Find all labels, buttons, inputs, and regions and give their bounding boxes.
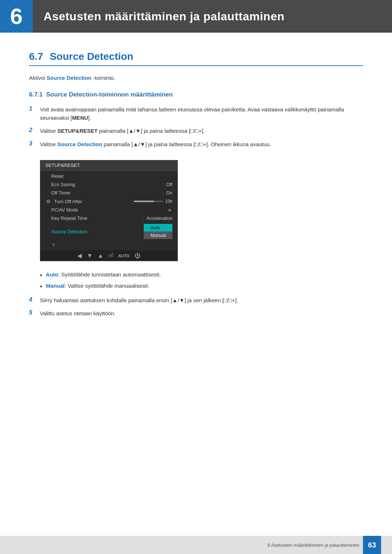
menu-label-ecosaving: Eco Saving [51,182,160,187]
menu-value-keyrepeat: Acceleration [146,216,172,221]
slider-fill [134,201,154,202]
up-icon: ▲ [98,253,103,259]
chapter-number-block: 6 [0,0,33,33]
steps-list-2: 4 Siirry haluamasi asetuksen kohdalle pa… [29,296,363,318]
menu-value-offtimer: On [166,190,172,196]
down-icon: ▼ [87,253,93,259]
section-number: 6.7 [29,51,43,62]
dropdown-container: Auto Manual [144,224,172,239]
step-num-2: 2 [29,127,36,134]
intro-text-before: Aktivoi [29,75,46,81]
menu-row-scroll: ▼ [40,241,177,249]
slider-bar [134,201,163,202]
menu-bottom-bar: ◀ ▼ ▲ ⏎ AUTO ⏻ [40,250,177,261]
bullet-item-manual: • Manual: Valitse syöttölähde manuaalise… [40,283,363,291]
menu-label-turnoffafter: Turn Off After [54,199,128,204]
step-3: 3 Valitse Source Detection painamalla [▲… [29,140,363,149]
intro-paragraph: Aktivoi Source Detection -toiminto. [29,75,363,81]
subsection-heading: 6.7.1 Source Detection-toiminnon määritt… [29,91,363,98]
main-content: 6.7 Source Detection Aktivoi Source Dete… [0,33,392,359]
menu-colon-turnoffafter: : [130,199,132,204]
page-header: 6 Asetusten määrittäminen ja palauttamin… [0,0,392,33]
step-4: 4 Siirry haluamasi asetuksen kohdalle pa… [29,296,363,305]
page-footer: 6 Asetusten määrittäminen ja palauttamin… [0,536,392,554]
menu-row-turnoffafter: ⚙ Turn Off After : 10h [40,197,177,206]
menu-arrow-pcav: ► [168,207,172,213]
dropdown-option-manual: Manual [144,231,172,239]
menu-row-offtimer: Off Timer : On [40,189,177,197]
menu-label-keyrepeat: Key Repeat Time [51,216,141,221]
subsection-number: 6.7.1 [29,91,43,98]
step-text-1: Voit avata avainoppaan painamalla mitä t… [40,106,363,122]
step-num-1: 1 [29,106,36,112]
subsection-title: Source Detection-toiminnon määrittäminen [46,91,173,98]
bullet-dot-auto: • [40,271,42,280]
menu-title-bar: SETUP&RESET [40,160,177,171]
menu-label-offtimer: Off Timer [51,190,160,196]
bullet-item-auto: • Auto: Syöttölähde tunnistetaan automaa… [40,271,363,280]
menu-slider: 10h [134,199,172,204]
dropdown-option-auto: Auto [144,224,172,231]
bullet-bold-manual: Manual [46,283,65,289]
steps-list: 1 Voit avata avainoppaan painamalla mitä… [29,106,363,148]
menu-value-ecosaving: Off [166,182,172,187]
menu-row-keyrepeat: Key Repeat Time : Acceleration [40,214,177,222]
scroll-indicator: ▼ [51,242,172,247]
menu-label-pcav: PC/AV Mode [51,207,168,213]
chapter-title-area: Asetusten määrittäminen ja palauttaminen [33,0,392,33]
menu-screenshot: SETUP&RESET Reset Eco Saving : Off Off T… [40,160,178,261]
menu-row-pcav: PC/AV Mode ► [40,206,177,214]
intro-text-after: -toiminto. [91,75,115,81]
menu-colon-ecosaving: : [163,182,164,187]
slider-label: 10h [165,199,172,204]
left-icon: ◀ [77,252,82,259]
menu-colon-offtimer: : [163,190,164,196]
page-number: 63 [368,541,376,549]
section-title: Source Detection [50,51,133,62]
bullet-list: • Auto: Syöttölähde tunnistetaan automaa… [40,271,363,291]
menu-items: Reset Eco Saving : Off Off Timer : On ⚙ … [40,171,177,250]
enter-icon: ⏎ [109,252,113,259]
bullet-text-auto: Auto: Syöttölähde tunnistetaan automaatt… [46,271,161,278]
step-num-3: 3 [29,140,36,147]
menu-colon-sourcedetection: : [139,229,140,234]
auto-label: AUTO [118,254,130,258]
section-heading: 6.7 Source Detection [29,51,363,66]
menu-colon-keyrepeat: : [143,216,144,221]
settings-icon: ⚙ [45,198,51,204]
menu-label-sourcedetection: Source Detection [51,229,137,234]
menu-label-reset: Reset [51,173,172,179]
step-1: 1 Voit avata avainoppaan painamalla mitä… [29,106,363,122]
step-2: 2 Valitse SETUP&RESET painamalla [▲/▼] j… [29,127,363,135]
step-text-3: Valitse Source Detection painamalla [▲/▼… [40,140,271,149]
footer-text: 6 Asetusten määrittäminen ja palauttamin… [268,542,359,548]
step-num-4: 4 [29,296,36,303]
step-text-4: Siirry haluamasi asetuksen kohdalle pain… [40,296,238,305]
menu-row-reset: Reset [40,172,177,180]
chapter-title: Asetusten määrittäminen ja palauttaminen [44,10,285,23]
bullet-bold-auto: Auto [46,271,58,278]
step-text-5: Valittu asetus otetaan käyttöön. [40,309,115,318]
power-icon: ⏻ [135,253,140,259]
step-5: 5 Valittu asetus otetaan käyttöön. [29,309,363,318]
step-text-2: Valitse SETUP&RESET painamalla [▲/▼] ja … [40,127,205,135]
page-number-box: 63 [363,536,381,554]
menu-row-sourcedetection: Source Detection : Auto Manual [40,222,177,241]
menu-box: SETUP&RESET Reset Eco Saving : Off Off T… [40,160,178,261]
step-num-5: 5 [29,309,36,316]
intro-highlight: Source Detection [46,75,91,81]
bullet-text-manual: Manual: Valitse syöttölähde manuaalisest… [46,283,149,289]
menu-row-ecosaving: Eco Saving : Off [40,180,177,189]
diagonal-pattern [0,0,33,33]
bullet-dot-manual: • [40,283,42,291]
